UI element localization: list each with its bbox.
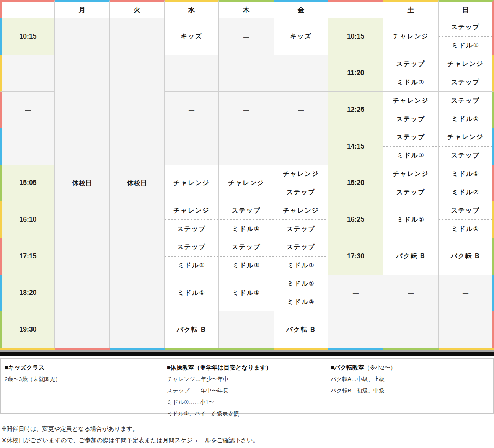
class-entry: チャレンジ: [274, 165, 328, 183]
empty-cell: —: [274, 128, 328, 165]
class-cell: キッズ: [274, 18, 328, 55]
class-entry: ミドル①: [219, 275, 274, 311]
class-entry: ステップ: [274, 220, 328, 238]
class-entry: ステップ: [439, 73, 492, 91]
header-time-right: [328, 0, 383, 18]
legend-bakuten-title-note: （※小2〜）: [364, 364, 396, 371]
class-entry: ミドル①: [439, 37, 492, 55]
class-cell: ミドル①: [165, 275, 219, 312]
class-cell: ステップ ミドル①: [274, 238, 328, 275]
closed-cell-mon: 休校日: [55, 18, 110, 348]
class-cell: チャレンジ ステップ: [383, 92, 439, 128]
class-entry: チャレンジ: [219, 165, 274, 201]
class-cell: ステップ ミドル①: [439, 18, 494, 55]
class-cell: ミドル①: [383, 201, 439, 238]
class-cell: チャレンジ ステップ: [165, 201, 219, 238]
time-cell: 12:25: [328, 92, 383, 128]
class-entry: ステップ: [219, 238, 274, 257]
class-entry: ミドル①: [219, 220, 274, 238]
class-entry: ミドル①: [165, 257, 218, 275]
accent-strip: [165, 348, 219, 350]
footnote-line: ※休校日がございますので、ご参加の際は年間予定表または月間スケジュールをご確認下…: [2, 435, 494, 446]
legend-bakuten-line: バク転B…初級、中級: [331, 385, 493, 396]
class-entry: ステップ: [439, 92, 492, 110]
empty-cell: —: [219, 311, 274, 348]
class-entry: ステップ: [439, 18, 492, 37]
class-cell: ステップ ミドル①: [383, 55, 439, 92]
class-cell: ステップ ミドル①: [165, 238, 219, 275]
time-cell: 19:30: [0, 311, 55, 348]
empty-cell: —: [439, 311, 494, 348]
class-entry: ミドル①: [274, 275, 328, 293]
class-entry: チャレンジ: [383, 18, 438, 55]
class-entry: ステップ: [274, 238, 328, 257]
class-cell: チャレンジ: [165, 165, 219, 202]
legend-kids: ■キッズクラス 2歳〜3歳（未就園児）: [5, 362, 167, 419]
empty-cell: —: [219, 128, 274, 165]
class-entry: ミドル①: [439, 165, 492, 183]
legend-bakuten: ■バク転教室（※小2〜） バク転A…中級、上級 バク転B…初級、中級: [331, 362, 493, 419]
class-entry: バク転 B: [383, 238, 438, 275]
time-cell: 16:10: [0, 201, 55, 238]
class-entry: ミドル②: [274, 293, 328, 311]
legend-taiso-line: ミドル①……小1〜: [167, 396, 331, 408]
accent-strip: [328, 348, 383, 350]
class-entry: バク転 B: [165, 311, 218, 348]
day-header-mon: 月: [55, 0, 110, 18]
accent-strip-row: [0, 348, 494, 350]
empty-cell: —: [165, 55, 219, 92]
class-entry: ステップ: [383, 55, 438, 74]
time-cell: 10:15: [328, 18, 383, 55]
empty-cell: —: [439, 275, 494, 312]
legend-taiso-line: ミドル②、ハイ…進級表参照: [167, 408, 331, 419]
class-cell: チャレンジ ステップ: [439, 55, 494, 92]
class-entry: バク転 B: [439, 238, 492, 275]
class-cell: チャレンジ ステップ: [383, 165, 439, 202]
class-entry: ステップ: [383, 183, 438, 201]
header-time-left: [0, 0, 55, 18]
class-cell: ステップ ミドル①: [219, 238, 274, 275]
class-cell: キッズ: [165, 18, 219, 55]
class-cell: ステップ ミドル①: [219, 201, 274, 238]
time-cell: 18:20: [0, 275, 55, 312]
time-cell-empty: —: [0, 92, 55, 128]
class-entry: キッズ: [165, 18, 218, 55]
class-entry: チャレンジ: [165, 201, 218, 220]
legend-bakuten-title-text: ■バク転教室: [331, 364, 364, 371]
empty-cell: —: [274, 55, 328, 92]
legend-box: ■キッズクラス 2歳〜3歳（未就園児） ■体操教室（※学年は目安となります） チ…: [0, 358, 494, 414]
class-entry: チャレンジ: [383, 165, 438, 183]
class-entry: チャレンジ: [439, 128, 492, 147]
class-entry: チャレンジ: [383, 92, 438, 110]
class-entry: バク転 B: [274, 311, 328, 348]
accent-strip: [439, 348, 494, 350]
class-entry: ステップ: [165, 238, 218, 257]
time-cell: 15:05: [0, 165, 55, 202]
class-entry: ステップ: [274, 183, 328, 201]
class-cell: ステップ ミドル①: [383, 128, 439, 165]
empty-cell: —: [383, 275, 439, 312]
accent-strip: [0, 348, 55, 350]
legend-kids-title: ■キッズクラス: [5, 362, 167, 373]
class-entry: ミドル①: [383, 147, 438, 165]
empty-cell: —: [165, 92, 219, 128]
accent-strip: [274, 348, 328, 350]
legend-bakuten-title: ■バク転教室（※小2〜）: [331, 362, 493, 373]
time-cell: 17:15: [0, 238, 55, 275]
empty-cell: —: [383, 311, 439, 348]
class-cell: ミドル① ミドル②: [439, 165, 494, 202]
class-entry: ミドル①: [439, 220, 492, 238]
empty-cell: —: [165, 128, 219, 165]
empty-cell: —: [219, 18, 274, 55]
legend-taiso: ■体操教室（※学年は目安となります） チャレンジ…年少〜年中 ステップ……年中〜…: [167, 362, 331, 419]
closed-cell-tue: 休校日: [110, 18, 165, 348]
class-entry: ミドル①: [219, 257, 274, 275]
divider-bar: [0, 352, 494, 356]
class-cell: ミドル① ミドル②: [274, 275, 328, 312]
class-entry: ミドル①: [165, 275, 218, 311]
time-cell: 11:20: [328, 55, 383, 92]
time-cell-empty: —: [328, 311, 383, 348]
class-entry: ステップ: [439, 147, 492, 165]
class-cell: バク転 B: [274, 311, 328, 348]
footnote-line: ※開催日時は、変更や定員となる場合があります。: [2, 423, 494, 435]
